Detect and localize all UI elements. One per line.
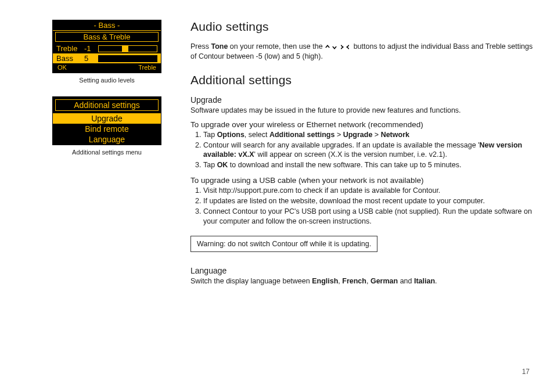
left-column: - Bass - Bass & Treble Treble -1 Bass 5 bbox=[46, 20, 167, 298]
subheading-upgrade-usb: To upgrade using a USB cable (when your … bbox=[190, 176, 534, 185]
right-column: Audio settings Press Tone on your remote… bbox=[190, 20, 534, 298]
row-label: Bass bbox=[56, 54, 81, 63]
heading-audio-settings: Audio settings bbox=[190, 20, 534, 34]
subheading-upgrade-network: To upgrade over your wireless or Etherne… bbox=[190, 120, 534, 129]
device2-row: Bind remote bbox=[53, 124, 161, 134]
direction-arrows-icon bbox=[325, 44, 351, 50]
device2-header: Additional settings bbox=[55, 99, 159, 111]
page-number: 17 bbox=[522, 368, 530, 376]
subheading-language: Language bbox=[190, 266, 534, 275]
device1-title: - Bass - bbox=[53, 20, 161, 31]
list-item: Tap OK to download and install the new s… bbox=[203, 160, 534, 170]
upgrade-paragraph: Software updates may be issued in the fu… bbox=[190, 106, 534, 116]
row-value: 5 bbox=[84, 54, 95, 63]
page-content: - Bass - Bass & Treble Treble -1 Bass 5 bbox=[0, 0, 554, 298]
level-bar-icon bbox=[98, 55, 157, 62]
device2-row: Upgrade bbox=[53, 113, 161, 124]
list-item: Connect Contour to your PC's USB port us… bbox=[203, 207, 534, 226]
subheading-upgrade: Upgrade bbox=[190, 95, 534, 105]
audio-settings-paragraph: Press Tone on your remote, then use the … bbox=[190, 42, 534, 62]
upgrade-usb-steps: Visit http://support.pure.com to check i… bbox=[190, 186, 534, 226]
device1-row-bass: Bass 5 bbox=[53, 53, 161, 63]
footer-left: OK bbox=[57, 64, 67, 71]
list-item: Visit http://support.pure.com to check i… bbox=[203, 186, 534, 196]
row-value: -1 bbox=[84, 44, 95, 53]
level-bar-icon bbox=[98, 45, 157, 52]
list-item: If updates are listed on the website, do… bbox=[203, 196, 534, 206]
device1-subtitle: Bass & Treble bbox=[55, 32, 159, 42]
list-item: Contour will search for any available up… bbox=[203, 141, 534, 160]
upgrade-network-steps: Tap Options, select Additional settings … bbox=[190, 130, 534, 171]
device-screen-audio: - Bass - Bass & Treble Treble -1 Bass 5 bbox=[52, 20, 161, 73]
row-label: Treble bbox=[56, 44, 81, 53]
list-item: Tap Options, select Additional settings … bbox=[203, 130, 534, 140]
device2-caption: Additional settings menu bbox=[46, 149, 167, 156]
language-paragraph: Switch the display language between Engl… bbox=[190, 276, 534, 286]
device-screen-additional: Additional settings Upgrade Bind remote … bbox=[52, 96, 161, 145]
heading-additional-settings: Additional settings bbox=[190, 73, 534, 87]
footer-right: Treble bbox=[138, 64, 156, 71]
warning-box: Warning: do not switch Contour off while… bbox=[190, 236, 377, 252]
device2-row: Language bbox=[53, 134, 161, 145]
device1-footer: OK Treble bbox=[53, 63, 161, 73]
device1-row-treble: Treble -1 bbox=[53, 44, 161, 53]
device1-caption: Setting audio levels bbox=[46, 77, 167, 84]
